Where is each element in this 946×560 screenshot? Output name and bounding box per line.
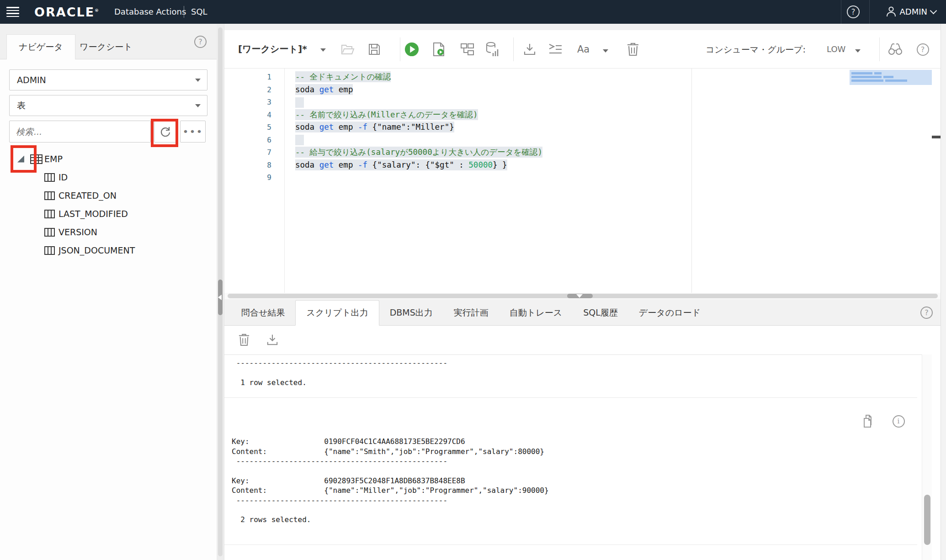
output-line	[232, 407, 917, 417]
schema-select-value: ADMIN	[17, 75, 46, 85]
run-icon	[404, 42, 419, 57]
vertical-splitter[interactable]	[217, 24, 224, 560]
output-line: 2 rows selected.	[232, 515, 917, 524]
tree-node-column[interactable]: LAST_MODIFIED	[0, 205, 217, 223]
tree-node-column[interactable]: CREATED_ON	[0, 186, 217, 205]
consumer-group-label: コンシューマ・グループ:	[706, 44, 806, 56]
tree-node-emp[interactable]: EMP	[0, 150, 217, 168]
code-line[interactable]: soda get emp	[285, 84, 941, 96]
tab-navigator[interactable]: ナビゲータ	[6, 34, 75, 59]
top-bar: ORACLE® Database Actions SQL ? ADMIN	[0, 0, 946, 24]
script-output[interactable]: ----------------------------------------…	[224, 354, 922, 560]
output-line	[232, 525, 917, 534]
code-token-keyword: get	[319, 160, 334, 169]
open-file-button[interactable]	[340, 42, 355, 57]
run-statement-button[interactable]	[404, 42, 419, 57]
line-number: 4	[224, 109, 284, 122]
minimap-code-bar	[874, 72, 882, 74]
horizontal-splitter[interactable]	[224, 293, 941, 299]
chevron-down-icon	[195, 104, 201, 107]
table-icon	[30, 154, 43, 164]
download-button[interactable]	[522, 42, 537, 57]
app-title: SQL	[191, 7, 207, 16]
code-line[interactable]: -- 給与で絞り込み(salaryが50000より大きい人のデータを確認)	[285, 146, 941, 159]
results-help-icon[interactable]: ?	[920, 306, 933, 319]
line-number: 7	[224, 146, 284, 159]
code-token-keyword: -f	[358, 122, 367, 132]
output-line: Content: {"name":"Smith","job":"Programm…	[232, 447, 917, 456]
results-tab[interactable]: データのロード	[628, 300, 711, 326]
code-line[interactable]	[285, 171, 941, 184]
font-size-button[interactable]: Aa	[577, 44, 590, 55]
autotrace-button[interactable]	[485, 42, 500, 57]
tab-worksheet[interactable]: ワークシート	[68, 34, 144, 59]
splitter-handle[interactable]	[567, 294, 593, 298]
toolbar-separator	[879, 37, 880, 61]
code-line[interactable]: -- 全ドキュメントの確認	[285, 71, 941, 84]
consumer-group-select[interactable]: LOW	[827, 44, 845, 54]
line-number: 2	[224, 84, 284, 96]
scrollbar-thumb[interactable]	[924, 495, 930, 545]
find-button[interactable]	[888, 42, 903, 57]
results-tab[interactable]: SQL履歴	[573, 300, 628, 326]
results-tab[interactable]: 実行計画	[443, 300, 499, 326]
refresh-button[interactable]	[154, 121, 176, 143]
worksheet-title[interactable]: [ワークシート]*	[238, 43, 307, 55]
results-panel: 問合せ結果スクリプト出力DBMS出力実行計画自動トレースSQL履歴データのロード…	[224, 299, 941, 560]
worksheet-help-icon[interactable]: ?	[915, 42, 930, 57]
folder-icon	[341, 43, 355, 55]
code-token-plain: soda	[295, 85, 319, 94]
selection-block	[295, 135, 304, 145]
minimap-code-bar	[883, 76, 893, 78]
output-line: 1 row selected.	[232, 378, 917, 387]
code-line[interactable]	[285, 96, 941, 109]
save-button[interactable]	[367, 42, 382, 57]
page-scrollbar[interactable]	[941, 24, 946, 560]
code-token-plain: } }	[493, 160, 507, 169]
code-line[interactable]: -- 名前で絞り込み(Millerさんのデータを確認)	[285, 109, 941, 122]
menu-icon[interactable]	[6, 6, 19, 18]
clear-output-button[interactable]	[237, 333, 251, 347]
clear-worksheet-button[interactable]	[626, 42, 640, 57]
object-type-select[interactable]: 表	[9, 95, 207, 116]
user-menu[interactable]: ADMIN	[886, 6, 936, 17]
consumer-group-caret[interactable]	[855, 49, 861, 53]
results-tab[interactable]: スクリプト出力	[295, 300, 379, 326]
splitter-handle[interactable]	[218, 280, 223, 315]
code-line[interactable]: soda get emp -f {"salary": {"$gt" : 5000…	[285, 159, 941, 172]
help-icon[interactable]: ?	[847, 5, 860, 18]
worksheet-menu-caret[interactable]	[320, 48, 326, 52]
copy-result-button[interactable]	[860, 414, 873, 428]
tree-node-column[interactable]: VERSION	[0, 223, 217, 241]
product-title: Database Actions	[114, 7, 186, 16]
run-script-button[interactable]	[432, 42, 446, 57]
result-info-button[interactable]: i	[892, 414, 905, 428]
font-size-caret[interactable]	[603, 49, 608, 53]
code-editor[interactable]: 123456789 -- 全ドキュメントの確認soda get emp-- 名前…	[224, 69, 941, 293]
schema-select[interactable]: ADMIN	[9, 69, 207, 90]
search-input[interactable]	[9, 121, 151, 143]
tree-columns: IDCREATED_ONLAST_MODIFIEDVERSIONJSON_DOC…	[0, 168, 217, 259]
selection-block	[295, 97, 304, 108]
sidebar-help-icon[interactable]: ?	[194, 36, 207, 48]
minimap-selection[interactable]	[850, 70, 932, 85]
more-actions-button[interactable]: •••	[180, 121, 206, 143]
results-tab[interactable]: 自動トレース	[499, 300, 573, 326]
results-tab[interactable]: DBMS出力	[379, 300, 443, 326]
tree-node-label: EMP	[44, 154, 63, 164]
output-scrollbar[interactable]	[922, 354, 932, 560]
column-icon	[44, 173, 55, 182]
results-tab[interactable]: 問合せ結果	[231, 300, 295, 326]
tree-node-column[interactable]: ID	[0, 168, 217, 186]
expand-collapse-icon[interactable]	[17, 156, 24, 163]
code-line[interactable]	[285, 134, 941, 147]
download-output-button[interactable]	[266, 333, 279, 347]
tree-node-label: JSON_DOCUMENT	[58, 245, 135, 255]
output-divider	[224, 544, 917, 545]
tree-node-column[interactable]: JSON_DOCUMENT	[0, 241, 217, 259]
editor-scroll-indicator[interactable]	[932, 136, 941, 138]
toolbar-gap	[224, 24, 941, 30]
code-line[interactable]: soda get emp -f {"name":"Miller"}	[285, 121, 941, 134]
format-button[interactable]	[548, 42, 563, 57]
explain-plan-button[interactable]	[460, 42, 475, 57]
